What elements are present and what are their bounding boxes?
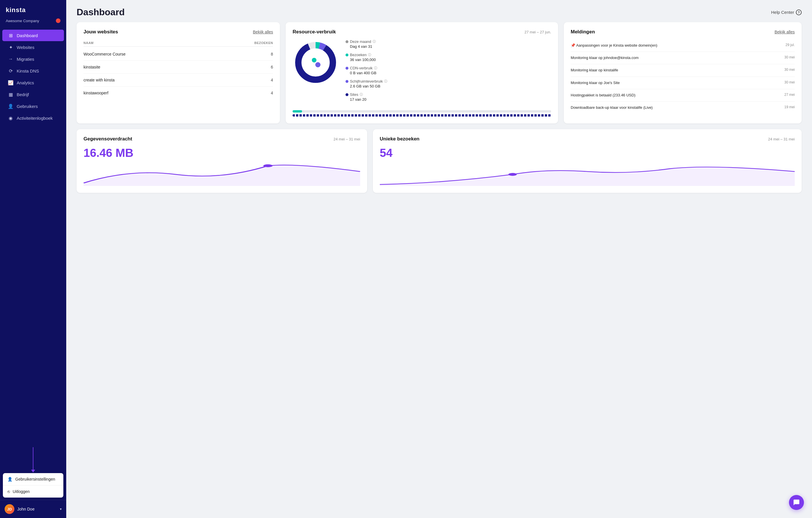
nav-menu: ⊞ Dashboard ✦ Websites → Migraties ⟳ Kin… [0,28,66,444]
this-month-info-icon[interactable]: ⓘ [373,39,376,44]
donut-chart [293,39,339,86]
help-icon: ? [796,9,802,15]
visits-chart [380,163,795,186]
notifications-view-all[interactable]: Bekijk alles [775,30,795,34]
table-row[interactable]: WooCommerce Course8 [84,48,273,61]
user-settings-icon: 👤 [7,477,12,482]
notification-item: Downloadbare back-up klaar voor kinstali… [571,101,795,114]
table-row[interactable]: kinstawooperf4 [84,87,273,99]
notif-text: 📌 Aanpassingen voor je Kinsta website do… [571,43,782,48]
visit-count: 6 [271,65,273,69]
resource-stats: Deze maand ⓘ Dag 4 van 31 Bezoeken ⓘ 36 … [346,39,551,105]
user-settings-label: Gebruikersinstellingen [15,477,55,482]
sidebar-item-migrations[interactable]: → Migraties [2,53,64,65]
visits-progress-bar [293,110,551,113]
notification-badge[interactable]: 🔴 [56,19,60,23]
user-profile-row[interactable]: JD John Doe ▾ [0,500,66,518]
transfer-title: Gegevensoverdracht [84,136,132,142]
logout-item[interactable]: ⎋ Uitloggen [3,485,63,497]
logout-icon: ⎋ [7,489,10,494]
col-visits-label: BEZOEKEN [254,41,273,44]
visit-count: 8 [271,52,273,56]
stat-cdn: CDN-verbruik ⓘ 0 B van 400 GB [346,66,551,75]
resources-card-header: Resource-verbruik 27 mei – 27 jun. [293,29,551,35]
svg-point-5 [315,62,320,67]
visits-info-icon[interactable]: ⓘ [368,53,371,57]
sidebar-arrow [0,444,66,470]
table-row[interactable]: kinstasite6 [84,61,273,74]
svg-point-3 [298,45,333,80]
notif-date: 27 mei [784,93,795,97]
nav-label-dashboard: Dashboard [17,33,38,38]
donut-svg [293,39,339,86]
sites-info-icon[interactable]: ⓘ [360,92,363,97]
transfer-card-header: Gegevensoverdracht 24 mei – 31 mei [84,136,360,142]
stat-disk: Schijfruimteverbruik ⓘ 2.6 GB van 50 GB [346,79,551,88]
notifications-card: Meldingen Bekijk alles 📌 Aanpassingen vo… [564,22,802,123]
visits-big-value: 54 [380,147,795,159]
notif-date: 30 mei [784,68,795,72]
resources-card-title: Resource-verbruik [293,29,336,35]
user-settings-item[interactable]: 👤 Gebruikersinstellingen [3,473,63,485]
nav-label-users: Gebruikers [17,104,38,109]
cdn-info-icon[interactable]: ⓘ [374,66,377,70]
sidebar-item-dns[interactable]: ⟳ Kinsta DNS [2,65,64,77]
sidebar-item-dashboard[interactable]: ⊞ Dashboard [2,30,64,41]
site-name: kinstawooperf [84,91,108,95]
visit-count: 4 [271,78,273,82]
user-popup-menu: 👤 Gebruikersinstellingen ⎋ Uitloggen [3,473,63,497]
svg-point-7 [509,173,517,176]
user-display-name: John Doe [17,507,57,511]
analytics-icon: 📈 [8,80,13,85]
col-name-label: NAAM [84,41,94,44]
help-center-label: Help Center [771,10,794,15]
pin-icon: 📌 [571,43,575,48]
bottom-cards-row: Gegevensoverdracht 24 mei – 31 mei 16.46… [66,129,812,199]
notification-item: Hostingpakket is betaald (233.46 USD)27 … [571,89,795,101]
table-row[interactable]: create with kinsta4 [84,74,273,87]
nav-label-dns: Kinsta DNS [17,68,39,73]
chat-icon [793,499,800,506]
disk-info-icon[interactable]: ⓘ [384,79,387,84]
notif-text: Hostingpakket is betaald (233.46 USD) [571,93,781,98]
disk-dot [346,80,348,83]
visits-progress-fill [293,110,302,113]
visits-value: 36 van 100,000 [346,58,551,62]
sites-value: 17 van 20 [346,97,551,101]
migration-icon: → [8,56,13,62]
logout-label: Uitloggen [13,489,30,494]
sidebar-item-analytics[interactable]: 📈 Analytics [2,77,64,88]
logo-text: kinsta [6,6,26,14]
transfer-value: 16.46 MB [84,147,360,159]
disk-value: 2.6 GB van 50 GB [346,84,551,88]
cdn-dot [346,67,348,70]
transfer-card: Gegevensoverdracht 24 mei – 31 mei 16.46… [77,129,367,193]
cdn-value: 0 B van 400 GB [346,71,551,75]
notifications-title: Meldingen [571,29,595,35]
transfer-chart [84,163,360,186]
dotted-progress [293,114,551,117]
transfer-date: 24 mei – 31 mei [334,137,360,141]
top-cards-row: Jouw websites Bekijk alles NAAM BEZOEKEN… [66,22,812,129]
notification-item: Monitoring klaar op johndoe@kinsta.com30… [571,52,795,64]
visits-title: Unieke bezoeken [380,136,419,142]
stat-sites: Sites ⓘ 17 van 20 [346,92,551,101]
activity-icon: ◉ [8,115,13,121]
sidebar-item-company[interactable]: ▦ Bedrijf [2,89,64,100]
websites-card-title: Jouw websites [84,29,118,35]
globe-icon: ✦ [8,44,13,50]
company-row: Awesome Company 🔴 [0,17,66,28]
help-center-link[interactable]: Help Center ? [771,9,802,15]
svg-point-6 [263,164,273,167]
sidebar-item-activity[interactable]: ◉ Activiteitenlogboek [2,112,64,124]
main-content: Dashboard Help Center ? Jouw websites Be… [66,0,812,518]
sidebar-item-websites[interactable]: ✦ Websites [2,41,64,53]
chat-bubble[interactable] [789,495,804,510]
sidebar-item-users[interactable]: 👤 Gebruikers [2,100,64,112]
websites-view-all[interactable]: Bekijk alles [253,30,273,34]
websites-table: WooCommerce Course8kinstasite6create wit… [84,48,273,99]
svg-point-4 [312,58,316,62]
top-bar: Dashboard Help Center ? [66,0,812,22]
notifications-card-header: Meldingen Bekijk alles [571,29,795,35]
notif-text: Downloadbare back-up klaar voor kinstali… [571,105,781,110]
